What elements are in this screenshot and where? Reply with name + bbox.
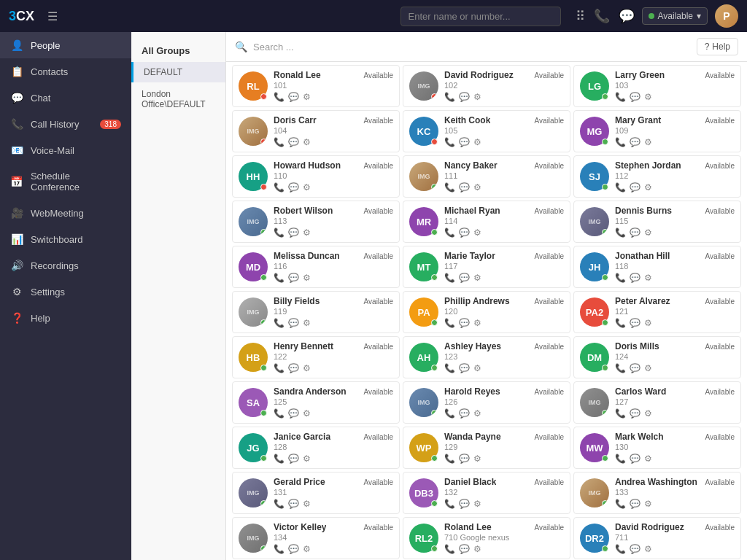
more-action-icon[interactable]: ⚙ — [473, 137, 481, 147]
more-action-icon[interactable]: ⚙ — [473, 408, 481, 419]
call-action-icon[interactable]: 📞 — [274, 137, 285, 147]
chat-action-icon[interactable]: 💬 — [459, 228, 470, 238]
sidebar-item-help[interactable]: ❓ Help — [0, 305, 131, 331]
contact-card[interactable]: MG Mary Grant Available 109 📞 💬 ⚙ — [573, 110, 741, 152]
chat-action-icon[interactable]: 💬 — [288, 408, 299, 419]
contact-card[interactable]: MR Michael Ryan Available 114 📞 💬 ⚙ — [403, 201, 570, 243]
chat-action-icon[interactable]: 💬 — [288, 544, 299, 554]
call-action-icon[interactable]: 📞 — [444, 273, 455, 283]
more-action-icon[interactable]: ⚙ — [644, 408, 652, 419]
contact-card[interactable]: JH Jonathan Hill Available 118 📞 💬 ⚙ — [573, 246, 741, 288]
more-action-icon[interactable]: ⚙ — [644, 273, 652, 283]
call-action-icon[interactable]: 📞 — [444, 363, 455, 373]
call-action-icon[interactable]: 📞 — [274, 92, 285, 102]
contact-card[interactable]: RL2 Roland Lee Available 710 Google nexu… — [403, 517, 570, 559]
contact-card[interactable]: DM Doris Mills Available 124 📞 💬 ⚙ — [573, 336, 741, 378]
sidebar-item-voicemail[interactable]: 📧 Voice-Mail — [0, 137, 131, 163]
status-selector[interactable]: Available ▾ — [642, 7, 708, 25]
contact-card[interactable]: SA Sandra Anderson Available 125 📞 💬 ⚙ — [232, 381, 400, 424]
sidebar-item-settings[interactable]: ⚙ Settings — [0, 279, 131, 305]
chat-action-icon[interactable]: 💬 — [630, 544, 640, 554]
chat-action-icon[interactable]: 💬 — [459, 137, 470, 147]
chat-icon[interactable]: 💬 — [619, 8, 635, 24]
more-action-icon[interactable]: ⚙ — [473, 273, 481, 283]
sidebar-item-contacts[interactable]: 📋 Contacts — [0, 58, 131, 85]
sidebar-item-switchboard[interactable]: 📊 Switchboard — [0, 226, 131, 252]
contact-card[interactable]: IMG Carlos Ward Available 127 📞 💬 ⚙ — [573, 381, 741, 424]
global-search-input[interactable] — [400, 7, 561, 26]
chat-action-icon[interactable]: 💬 — [459, 273, 470, 283]
contact-card[interactable]: IMG Robert Wilson Available 113 📞 💬 ⚙ — [232, 201, 400, 243]
group-item-default[interactable]: DEFAULT — [131, 62, 225, 82]
chat-action-icon[interactable]: 💬 — [630, 273, 640, 283]
call-action-icon[interactable]: 📞 — [274, 228, 285, 238]
contact-card[interactable]: PA Phillip Andrews Available 120 📞 💬 ⚙ — [403, 291, 570, 333]
call-action-icon[interactable]: 📞 — [274, 544, 285, 554]
more-action-icon[interactable]: ⚙ — [303, 499, 311, 509]
call-action-icon[interactable]: 📞 — [444, 318, 455, 328]
contact-card[interactable]: IMG Billy Fields Available 119 📞 💬 ⚙ — [232, 291, 400, 333]
contact-card[interactable]: WP Wanda Payne Available 129 📞 💬 ⚙ — [403, 427, 570, 469]
sidebar-item-webmeeting[interactable]: 🎥 WebMeeting — [0, 200, 131, 226]
more-action-icon[interactable]: ⚙ — [303, 273, 311, 283]
chat-action-icon[interactable]: 💬 — [288, 363, 299, 373]
contact-card[interactable]: SJ Stephen Jordan Available 112 📞 💬 ⚙ — [573, 155, 741, 198]
more-action-icon[interactable]: ⚙ — [303, 228, 311, 238]
chat-action-icon[interactable]: 💬 — [288, 318, 299, 328]
more-action-icon[interactable]: ⚙ — [473, 499, 481, 509]
more-action-icon[interactable]: ⚙ — [303, 182, 311, 192]
phone-icon[interactable]: 📞 — [594, 8, 610, 24]
more-action-icon[interactable]: ⚙ — [303, 137, 311, 147]
more-action-icon[interactable]: ⚙ — [303, 544, 311, 554]
more-action-icon[interactable]: ⚙ — [473, 454, 481, 464]
call-action-icon[interactable]: 📞 — [615, 318, 626, 328]
sidebar-item-scheduleconf[interactable]: 📅 Schedule Conference — [0, 163, 131, 200]
call-action-icon[interactable]: 📞 — [615, 499, 626, 509]
chat-action-icon[interactable]: 💬 — [288, 228, 299, 238]
chat-action-icon[interactable]: 💬 — [288, 182, 299, 192]
chat-action-icon[interactable]: 💬 — [630, 363, 640, 373]
more-action-icon[interactable]: ⚙ — [473, 363, 481, 373]
call-action-icon[interactable]: 📞 — [274, 363, 285, 373]
contact-card[interactable]: AH Ashley Hayes Available 123 📞 💬 ⚙ — [403, 336, 570, 378]
call-action-icon[interactable]: 📞 — [444, 92, 455, 102]
sidebar-item-recordings[interactable]: 🔊 Recordings — [0, 252, 131, 279]
chat-action-icon[interactable]: 💬 — [459, 363, 470, 373]
call-action-icon[interactable]: 📞 — [274, 273, 285, 283]
contact-card[interactable]: IMG Doris Carr Available 104 📞 💬 ⚙ — [232, 110, 400, 152]
contact-card[interactable]: IMG Gerald Price Available 131 📞 💬 ⚙ — [232, 472, 400, 514]
call-action-icon[interactable]: 📞 — [444, 182, 455, 192]
more-action-icon[interactable]: ⚙ — [644, 92, 652, 102]
chat-action-icon[interactable]: 💬 — [288, 92, 299, 102]
help-button[interactable]: ? Help — [697, 38, 738, 55]
contact-card[interactable]: MT Marie Taylor Available 117 📞 💬 ⚙ — [403, 246, 570, 288]
call-action-icon[interactable]: 📞 — [444, 137, 455, 147]
call-action-icon[interactable]: 📞 — [274, 499, 285, 509]
call-action-icon[interactable]: 📞 — [615, 137, 626, 147]
more-action-icon[interactable]: ⚙ — [473, 544, 481, 554]
more-action-icon[interactable]: ⚙ — [644, 318, 652, 328]
contact-card[interactable]: KC Keith Cook Available 105 📞 💬 ⚙ — [403, 110, 570, 152]
call-action-icon[interactable]: 📞 — [444, 499, 455, 509]
contact-card[interactable]: LG Larry Green Available 103 📞 💬 ⚙ — [573, 65, 741, 107]
contact-card[interactable]: PA2 Peter Alvarez Available 121 📞 💬 ⚙ — [573, 291, 741, 333]
chat-action-icon[interactable]: 💬 — [288, 137, 299, 147]
contact-card[interactable]: HH Howard Hudson Available 110 📞 💬 ⚙ — [232, 155, 400, 198]
call-action-icon[interactable]: 📞 — [615, 228, 626, 238]
chat-action-icon[interactable]: 💬 — [288, 499, 299, 509]
contact-card[interactable]: DR2 David Rodriguez Available 711 📞 💬 ⚙ — [573, 517, 741, 559]
contact-card[interactable]: MD Melissa Duncan Available 116 📞 💬 ⚙ — [232, 246, 400, 288]
more-action-icon[interactable]: ⚙ — [644, 137, 652, 147]
grid-icon[interactable]: ⠿ — [576, 8, 585, 24]
contact-card[interactable]: JG Janice Garcia Available 128 📞 💬 ⚙ — [232, 427, 400, 469]
more-action-icon[interactable]: ⚙ — [303, 454, 311, 464]
more-action-icon[interactable]: ⚙ — [473, 318, 481, 328]
call-action-icon[interactable]: 📞 — [615, 273, 626, 283]
chat-action-icon[interactable]: 💬 — [630, 499, 640, 509]
more-action-icon[interactable]: ⚙ — [644, 544, 652, 554]
chat-action-icon[interactable]: 💬 — [630, 454, 640, 464]
group-item-london[interactable]: London Office\DEFAULT — [131, 84, 225, 114]
chat-action-icon[interactable]: 💬 — [459, 499, 470, 509]
contact-card[interactable]: RL Ronald Lee Available 101 📞 💬 ⚙ — [232, 65, 400, 107]
chat-action-icon[interactable]: 💬 — [459, 544, 470, 554]
